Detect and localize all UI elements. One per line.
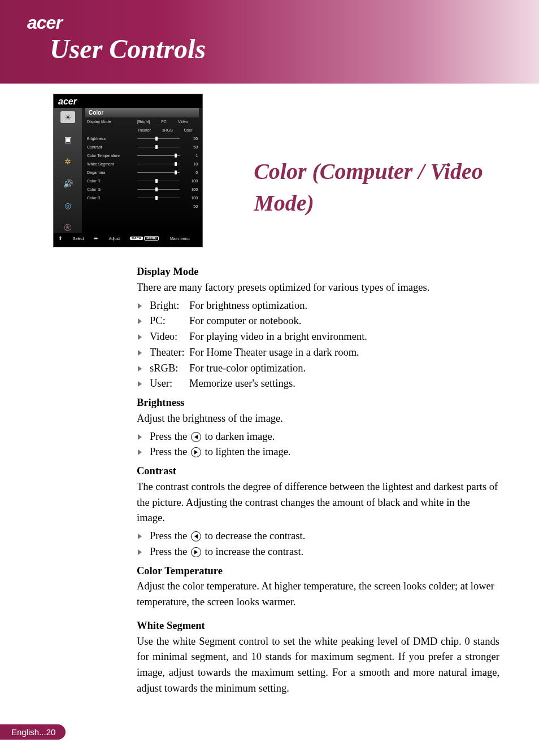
osd-slider-label: Color G [85, 187, 135, 191]
osd-slider-row: Color Temperature1 [85, 151, 199, 160]
mode-desc: For brightness optimization. [189, 300, 307, 311]
mode-key: User: [150, 376, 189, 392]
lang-icon: ㊋ [60, 221, 75, 233]
bullet-icon [138, 534, 142, 539]
osd-opt: sRGB [162, 128, 173, 132]
list-item: Video:For playing video in a bright envi… [137, 329, 499, 345]
text: to decrease the contrast. [202, 530, 305, 541]
osd-slider-row: Color B100 [85, 194, 199, 202]
osd-slider-label: Brightness [85, 137, 135, 141]
list-item: sRGB:For true-color optimization. [137, 361, 499, 377]
osd-extra-val: 50 [182, 204, 199, 208]
mode-key: PC: [150, 313, 189, 329]
bullet-icon [138, 434, 142, 440]
text: Press the [150, 546, 190, 557]
mode-desc: For true-color optimization. [189, 362, 306, 374]
updown-icon: ⬍ [58, 235, 63, 241]
mode-desc: For playing video in a bright environmen… [189, 331, 367, 342]
para-white-segment: Use the white Segment control to set the… [137, 634, 499, 697]
list-item: Press the to darken image. [137, 429, 499, 445]
heading-white-segment: White Segment [137, 618, 499, 634]
osd-slider-value: 100 [182, 187, 199, 191]
osd-slider-label: White Segment [85, 162, 135, 166]
leftright-icon: ⬌ [94, 235, 98, 241]
osd-slider-value: 100 [182, 179, 199, 183]
osd-slider-track [135, 189, 182, 190]
list-item: User:Memorize user's settings. [137, 376, 499, 392]
osd-slider-row: Color G100 [85, 185, 199, 194]
osd-slider-label: Color R [85, 179, 135, 183]
image-icon: ▣ [60, 133, 75, 145]
para-brightness: Adjust the brightness of the image. [137, 411, 499, 427]
text: to lighten the image. [202, 446, 291, 457]
bullet-icon [138, 334, 142, 340]
bullet-icon [138, 381, 142, 387]
osd-opt: User [184, 128, 193, 132]
osd-opt: Video [178, 120, 188, 124]
osd-footer-select: Select [73, 237, 84, 241]
osd-brand: acer [54, 94, 202, 108]
osd-footer: ⬍ Select ⬌ Adjust BACKMENU Main menu [54, 233, 202, 243]
osd-slider-value: 1 [182, 154, 199, 158]
osd-mode-row2: Theater sRGB User [135, 128, 193, 132]
page-header: acer User Controls [0, 0, 539, 84]
mode-key: Video: [150, 329, 189, 345]
text: Press the [150, 431, 190, 442]
brand-logo: acer [27, 12, 539, 33]
lamp-icon: ◎ [60, 199, 75, 211]
osd-slider-label: Color B [85, 196, 135, 200]
speaker-icon: 🔊 [60, 177, 75, 189]
list-item: Press the to decrease the contrast. [137, 528, 499, 544]
osd-slider-label: Contrast [85, 145, 135, 149]
osd-slider-track [135, 155, 182, 156]
mode-key: sRGB: [150, 361, 189, 377]
right-arrow-button-icon [191, 547, 201, 557]
bullet-icon [138, 449, 142, 455]
mode-key: Theater: [150, 345, 189, 361]
osd-slider-row: Degamma0 [85, 168, 199, 177]
bullet-icon [138, 350, 142, 356]
osd-slider-track [135, 198, 182, 198]
list-item: Press the to lighten the image. [137, 444, 499, 460]
osd-slider-value: 0 [182, 171, 199, 174]
osd-slider-track [135, 172, 182, 173]
osd-tab-icons: ☀ ▣ ✲ 🔊 ◎ ㊋ [54, 108, 82, 233]
mode-desc: For computer or notebook. [189, 315, 301, 326]
osd-slider-label: Color Temperature [85, 154, 135, 158]
osd-menu-tag: MENU [144, 236, 159, 241]
mode-desc: For Home Theater usage in a dark room. [189, 347, 359, 358]
osd-slider-track [135, 164, 182, 164]
para-color-temp: Adjust the color temperature. At higher … [137, 579, 499, 610]
heading-brightness: Brightness [137, 395, 499, 411]
mode-key: Bright: [150, 298, 189, 314]
heading-color-temp: Color Temperature [137, 563, 499, 579]
bullet-icon [138, 366, 142, 372]
heading-contrast: Contrast [137, 464, 499, 479]
osd-slider-track [135, 181, 182, 181]
osd-slider-track [135, 138, 182, 139]
osd-slider-value: 50 [182, 137, 199, 141]
osd-slider-row: Contrast50 [85, 143, 199, 151]
left-arrow-button-icon [191, 531, 201, 541]
osd-slider-value: 50 [182, 145, 199, 149]
osd-panel-title: Color [85, 108, 199, 117]
section-title: User Controls [50, 33, 539, 64]
text: Press the [150, 530, 190, 541]
text: Press the [150, 446, 190, 457]
list-item: Theater:For Home Theater usage in a dark… [137, 345, 499, 361]
osd-slider-row: White Segment10 [85, 160, 199, 168]
text: to darken image. [202, 431, 275, 442]
tools-icon: ✲ [60, 155, 75, 167]
osd-back-tag: BACK [130, 237, 143, 240]
osd-mode-label: Display Mode [85, 120, 135, 124]
heading-display-mode: Display Mode [137, 264, 499, 280]
osd-slider-row: Color R100 [85, 177, 199, 185]
panel-title: Color (Computer / Video Mode) [254, 94, 499, 219]
osd-screenshot: acer ☀ ▣ ✲ 🔊 ◎ ㊋ Color Display Mode [53, 94, 203, 247]
osd-mode-row1: [Bright] PC Video [135, 120, 188, 124]
osd-opt: [Bright] [137, 120, 150, 124]
para-contrast: The contrast controls the degree of diff… [137, 479, 499, 526]
osd-footer-main: Main menu [170, 237, 190, 241]
list-item: Bright:For brightness optimization. [137, 298, 499, 314]
osd-opt: Theater [137, 128, 151, 132]
